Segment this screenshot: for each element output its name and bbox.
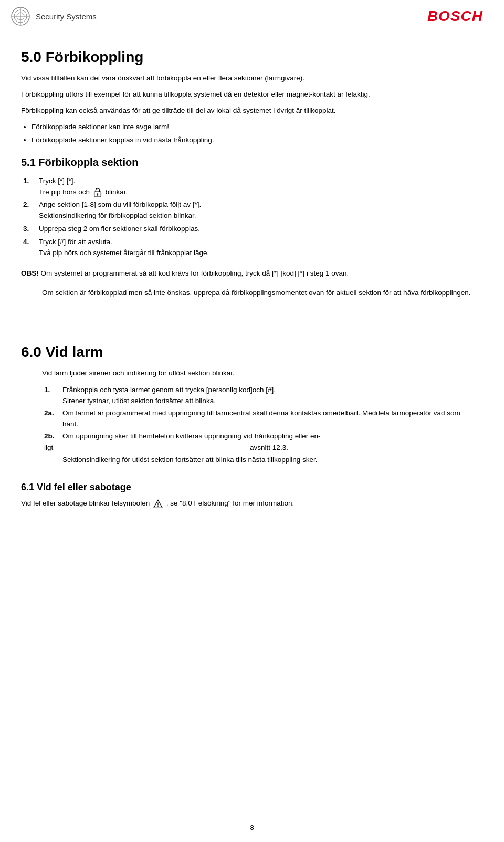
bullet-item-1: Förbikopplade sektioner kan inte avge la… (32, 122, 478, 133)
step-1-content: Tryck [*] [*]. Tre pip hörs och blinkar. (37, 175, 478, 199)
step-2-content: Ange sektion [1-8] som du vill förbikopp… (37, 198, 478, 223)
step-1-sub: Tre pip hörs och (39, 188, 90, 196)
step60-2b-content: Om uppringning sker till hemtelefon kvit… (60, 430, 478, 443)
step60-2a-text: Om larmet är programmerat med uppringnin… (62, 409, 460, 428)
steps-table-51: 1. Tryck [*] [*]. Tre pip hörs och blink… (21, 175, 478, 260)
step-4-text: Tryck [#] för att avsluta. (39, 238, 112, 246)
table-row: ligt avsnitt 12.3. (42, 442, 478, 454)
step-1-num: 1. (21, 175, 37, 199)
page-header: Security Systems BOSCH (0, 0, 504, 33)
section-50-bullets: Förbikopplade sektioner kan inte avge la… (32, 122, 478, 146)
table-row: 2b. Om uppringning sker till hemtelefon … (42, 430, 478, 443)
step-1-sub2: blinkar. (106, 188, 128, 196)
table-row: 2a. Om larmet är programmerat med upprin… (42, 407, 478, 430)
section-60-body: Vid larm ljuder sirener och indikering f… (42, 368, 478, 466)
step-2-sub: Sektionsindikering för förbikopplad sekt… (39, 212, 196, 219)
step-3-text: Upprepa steg 2 om fler sektioner skall f… (39, 225, 200, 233)
table-row: 1. Frånkoppla och tysta larmet genom att… (42, 384, 478, 407)
table-row: 4. Tryck [#] för att avsluta. Två pip hö… (21, 236, 478, 260)
step60-2a-num: 2a. (42, 407, 60, 430)
page-number: 8 (250, 824, 254, 832)
step-3-num: 3. (21, 223, 37, 236)
section-61-title: 6.1 Vid fel eller sabotage (21, 482, 478, 493)
step-2-num: 2. (21, 198, 37, 223)
table-row: 1. Tryck [*] [*]. Tre pip hörs och blink… (21, 175, 478, 199)
svg-point-10 (158, 506, 159, 507)
step60-2b-col2: avsnitt 12.3. (60, 442, 478, 454)
header-title: Security Systems (36, 12, 97, 21)
section-61-text2: , se "8.0 Felsökning" för mer informatio… (166, 499, 295, 507)
page-container: Security Systems BOSCH 5.0 Förbikoppling… (0, 0, 504, 842)
obs-text: Om systemet är programmerat så att kod k… (41, 269, 349, 277)
step-4-content: Tryck [#] för att avsluta. Två pip hörs … (37, 236, 478, 260)
header-left: Security Systems (10, 6, 97, 26)
section-50-para3: Förbikoppling kan också användas för att… (21, 106, 478, 117)
section-60-subtitle: Vid larm ljuder sirener och indikering f… (42, 368, 478, 379)
company-logo-icon (10, 6, 30, 26)
step-2-text: Ange sektion [1-8] som du vill förbikopp… (39, 201, 201, 208)
step60-2b-text3: avsnitt 12.3. (250, 444, 288, 451)
section-50-title: 5.0 Förbikoppling (21, 49, 478, 66)
step60-2b-text: Om uppringning sker till hemtelefon kvit… (62, 432, 321, 440)
table-row: Sektionsindikering för utlöst sektion fo… (42, 454, 478, 466)
step-3-content: Upprepa steg 2 om fler sektioner skall f… (37, 223, 478, 236)
section-61-text1: Vid fel eller sabotage blinkar felsymbol… (21, 499, 150, 507)
step60-2b-sub: Sektionsindikering för utlöst sektion fo… (60, 454, 478, 466)
warning-triangle-icon (153, 499, 163, 509)
table-row: 3. Upprepa steg 2 om fler sektioner skal… (21, 223, 478, 236)
main-content: 5.0 Förbikoppling Vid vissa tillfällen k… (0, 33, 504, 530)
section-61-text: Vid fel eller sabotage blinkar felsymbol… (21, 498, 478, 509)
step-1-text: Tryck [*] [*]. (39, 177, 75, 185)
step-4-num: 4. (21, 236, 37, 260)
lock-blink-icon (93, 187, 102, 197)
obs-note: OBS! Om systemet är programmerat så att … (21, 268, 478, 279)
section-50-para2: Förbikoppling utförs till exempel för at… (21, 89, 478, 100)
bullet-item-2: Förbikopplade sektioner kopplas in vid n… (32, 135, 478, 146)
section-50-para1: Vid vissa tillfällen kan det vara önskvä… (21, 73, 478, 84)
step60-2a-content: Om larmet är programmerat med uppringnin… (60, 407, 478, 430)
step60-1-text: Frånkoppla och tysta larmet genom att tr… (62, 386, 276, 394)
section-60-container: 6.0 Vid larm Vid larm ljuder sirener och… (21, 344, 478, 466)
step60-1-content: Frånkoppla och tysta larmet genom att tr… (60, 384, 478, 407)
obs-label: OBS! (21, 269, 39, 277)
step60-1-num: 1. (42, 384, 60, 407)
section-60-title: 6.0 Vid larm (21, 344, 478, 361)
info-paragraph: Om sektion är förbikopplad men så inte ö… (42, 288, 478, 299)
step-4-sub: Två pip hörs och systemet återgår till f… (39, 249, 209, 257)
table-row: 2. Ange sektion [1-8] som du vill förbik… (21, 198, 478, 223)
svg-point-6 (97, 193, 98, 195)
step60-1-sub: Sirener tystnar, utlöst sektion fortsätt… (62, 397, 216, 405)
section-51-title: 5.1 Förbikoppla sektion (21, 156, 478, 169)
bosch-logo: BOSCH (427, 8, 483, 25)
step60-2b-text2: ligt (44, 444, 53, 451)
step60-2b-col1: ligt (42, 442, 60, 454)
steps-table-60: 1. Frånkoppla och tysta larmet genom att… (42, 384, 478, 466)
step60-2b-num: 2b. (42, 430, 60, 443)
